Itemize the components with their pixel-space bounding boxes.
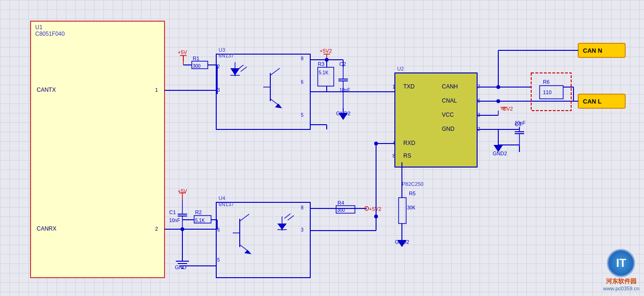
R1-label: R1 xyxy=(193,56,199,61)
U4-pin8: 8 xyxy=(301,205,304,210)
R4-label: R4 xyxy=(338,200,344,206)
svg-line-71 xyxy=(240,214,249,221)
U2-label: U2 xyxy=(397,66,404,72)
U4-pin5: 5 xyxy=(217,257,220,263)
U1-part: C8051F040 xyxy=(35,31,65,37)
VCC-label: VCC xyxy=(442,112,454,118)
R2-value: 5.1K xyxy=(195,218,205,223)
U3-pin6: 6 xyxy=(301,80,304,85)
U3-transistor-emitter xyxy=(275,104,282,108)
U2-pin1-txd: 1 xyxy=(393,84,395,89)
GND2-symbol-1 xyxy=(338,113,348,120)
R6-label: R6 xyxy=(543,79,550,85)
CANTX-pin: 1 xyxy=(155,87,158,93)
R4-value: 300 xyxy=(337,208,345,213)
svg-line-4 xyxy=(237,65,243,70)
P82C250-label: P82C250 xyxy=(402,181,424,187)
CANH-label: CANH xyxy=(442,83,458,90)
U4-part: 6N137 xyxy=(219,201,234,207)
U4-body xyxy=(216,202,310,278)
U2-pin8-rs: 8 xyxy=(393,153,395,159)
svg-line-8 xyxy=(270,68,280,75)
C3-value: 10nF xyxy=(515,120,526,126)
U3-pin8: 8 xyxy=(301,56,304,61)
R3-value: 5.1K xyxy=(319,70,329,75)
R5-label: R5 xyxy=(409,191,416,196)
svg-line-68 xyxy=(288,216,294,220)
GND2-label-2: GND2 xyxy=(493,151,507,156)
U3-part: 6N137 xyxy=(219,53,234,58)
junction-C1-R2 xyxy=(181,227,184,231)
junction-RXD2 xyxy=(374,142,378,145)
U3-pin5: 5 xyxy=(301,112,304,118)
TXD-label: TXD xyxy=(403,83,415,90)
U3-label: U3 xyxy=(219,47,225,53)
junction-5V2-upper xyxy=(325,58,329,62)
GND-label: GND xyxy=(175,264,187,270)
CNAL-label: CNAL xyxy=(442,97,457,104)
CANTX-label: CANTX xyxy=(37,87,56,93)
C1-value: 10nF xyxy=(169,218,180,223)
U4-label: U4 xyxy=(219,195,225,201)
RXD-label: RXD xyxy=(403,140,416,146)
vcc5v2-label-3: +5V2 xyxy=(369,206,381,212)
R2-label: R2 xyxy=(195,209,202,215)
C1-label: C1 xyxy=(169,209,176,215)
R5-body xyxy=(399,198,406,224)
watermark-site: 河东软件园 xyxy=(606,277,636,286)
schematic-container: U1 C8051F040 CANTX 1 CANRX 2 U3 6N137 2 … xyxy=(0,0,644,296)
U1-body xyxy=(31,21,165,278)
R6-value: 110 xyxy=(543,89,551,95)
watermark-logo: IT xyxy=(607,249,635,277)
R3-label: R3 xyxy=(318,61,324,67)
U1-label: U1 xyxy=(35,24,43,31)
vcc5v2-label-1: +5V2 xyxy=(320,48,332,54)
CAN-N-label: CAN N xyxy=(583,47,602,54)
U4-photodiode xyxy=(277,224,287,230)
R5-value: 30K xyxy=(407,205,416,210)
svg-line-5 xyxy=(241,67,247,72)
R1-value: 300 xyxy=(193,64,201,69)
svg-line-67 xyxy=(284,214,291,218)
CANRX-label: CANRX xyxy=(37,225,56,232)
watermark: IT 河东软件园 www.pc0359.cn xyxy=(603,249,639,291)
U4-pin3: 3 xyxy=(301,227,304,232)
vcc5v-label-1: +5V xyxy=(178,49,188,55)
CAN-L-label: CAN L xyxy=(583,98,602,105)
RS-label: RS xyxy=(403,152,411,159)
vcc5v2-label-2: +5V2 xyxy=(501,106,513,112)
U3-body xyxy=(216,54,310,129)
GND-label: GND xyxy=(442,126,455,132)
watermark-url: www.pc0359.cn xyxy=(603,286,639,291)
junction-CNAL xyxy=(496,99,500,103)
CANRX-pin: 2 xyxy=(155,226,158,232)
